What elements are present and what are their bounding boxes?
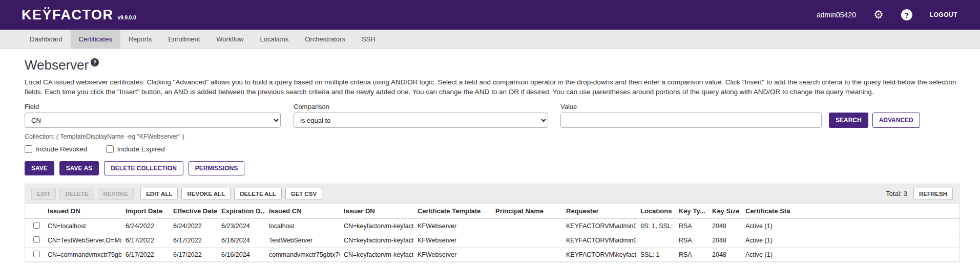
- nav-item-enrollment[interactable]: Enrollment: [160, 30, 208, 49]
- include-revoked-checkbox[interactable]: [25, 145, 32, 153]
- save-as-button[interactable]: SAVE AS: [59, 161, 99, 175]
- header-help-icon[interactable]: ?: [901, 9, 912, 20]
- table-cell: 2048: [708, 248, 741, 262]
- nav-item-orchestrators[interactable]: Orchestrators: [297, 30, 353, 49]
- table-cell: SSL: 1: [636, 248, 675, 262]
- field-label: Field: [25, 103, 281, 110]
- column-header[interactable]: Locations: [636, 204, 675, 219]
- row-checkbox[interactable]: [33, 251, 40, 257]
- refresh-button[interactable]: REFRESH: [913, 188, 953, 200]
- table-row[interactable]: CN=TestWebServer,O=Mac...6/17/20226/17/2…: [25, 233, 959, 248]
- settings-gear-icon[interactable]: ⚙: [873, 9, 884, 20]
- table-cell: CN=keyfactorvm-keyfactor-...: [340, 233, 413, 248]
- cell-filler: [790, 233, 959, 248]
- column-header[interactable]: Import Date: [121, 204, 169, 219]
- permissions-button[interactable]: PERMISSIONS: [189, 161, 244, 175]
- main-content: Webserver ? Local CA issued webserver ce…: [0, 49, 980, 262]
- value-input[interactable]: [560, 113, 822, 128]
- delete-button[interactable]: DELETE: [59, 188, 94, 200]
- table-cell: CN=keyfactorvm-keyfactor-...: [340, 219, 413, 233]
- table-cell: [491, 233, 562, 248]
- table-row[interactable]: CN=commandvmxctr75gbtx...6/17/20226/17/2…: [25, 248, 959, 262]
- edit-all-button[interactable]: EDIT ALL: [140, 188, 178, 200]
- collection-description: Local CA issued webserver certificates: …: [25, 77, 960, 97]
- table-cell: KEYFACTORVM\keyfactor$: [562, 248, 636, 262]
- nav-item-reports[interactable]: Reports: [120, 30, 160, 49]
- column-header[interactable]: Principal Name: [491, 204, 562, 219]
- table-cell: [636, 233, 675, 248]
- nav-item-dashboard[interactable]: Dashboard: [22, 30, 71, 49]
- column-header[interactable]: Expiration D...: [217, 204, 265, 219]
- table-cell: Active (1): [741, 233, 790, 248]
- table-header: Issued DNImport DateEffective DateExpira…: [25, 204, 959, 219]
- include-expired-option[interactable]: Include Expired: [106, 145, 165, 153]
- column-header[interactable]: Issued DN: [44, 204, 121, 219]
- field-select[interactable]: CN: [25, 113, 281, 128]
- page-title: Webserver: [25, 57, 89, 73]
- table-cell: TestWebServer: [265, 233, 340, 248]
- column-header[interactable]: Key Ty...: [675, 204, 708, 219]
- get-csv-button[interactable]: GET CSV: [285, 188, 322, 200]
- column-header[interactable]: Issued CN: [265, 204, 340, 219]
- cell-filler: [790, 219, 959, 233]
- row-checkbox[interactable]: [33, 236, 40, 243]
- nav-item-locations[interactable]: Locations: [252, 30, 297, 49]
- table-cell: Active (1): [741, 219, 790, 233]
- table-cell: CN=commandvmxctr75gbtx...: [44, 248, 121, 262]
- collection-query-text: Collection: ( TemplateDisplayName -eq "K…: [25, 133, 960, 140]
- column-header[interactable]: Key Size: [708, 204, 741, 219]
- column-header[interactable]: Certificate Sta...: [741, 204, 790, 219]
- row-checkbox-cell: [25, 219, 44, 233]
- comparison-select[interactable]: is equal to: [294, 113, 548, 128]
- table-cell: localhost: [265, 219, 340, 233]
- table-cell: KFWebserver: [413, 248, 491, 262]
- logout-button[interactable]: LOGOUT: [930, 11, 957, 18]
- total-count: Total: 3: [886, 190, 907, 197]
- delete-collection-button[interactable]: DELETE COLLECTION: [104, 161, 183, 175]
- main-nav: Dashboard Certificates Reports Enrollmen…: [0, 30, 980, 49]
- brand: KEŸFACTOR v9.9.0.0: [22, 7, 136, 23]
- column-header[interactable]: Issuer DN: [340, 204, 413, 219]
- column-filler: [790, 204, 959, 219]
- edit-button[interactable]: EDIT: [31, 188, 56, 200]
- table-cell: KEYFACTORVM\admin054...: [562, 219, 636, 233]
- row-checkbox-cell: [25, 248, 44, 262]
- table-cell: 6/16/2024: [217, 248, 265, 262]
- nav-item-certificates[interactable]: Certificates: [71, 30, 120, 49]
- table-cell: KFWebserver: [413, 233, 491, 248]
- column-header[interactable]: Certificate Template: [413, 204, 491, 219]
- include-expired-label: Include Expired: [117, 145, 165, 153]
- save-button[interactable]: SAVE: [25, 161, 54, 175]
- table-cell: 6/16/2024: [217, 233, 265, 248]
- table-cell: CN=keyfactorvm-keyfactor-...: [340, 248, 413, 262]
- nav-item-ssh[interactable]: SSH: [353, 30, 384, 49]
- keyfactor-logo: KEŸFACTOR: [22, 7, 114, 23]
- include-expired-checkbox[interactable]: [106, 145, 114, 153]
- table-cell: 6/23/2024: [217, 219, 265, 233]
- table-cell: Active (1): [741, 248, 790, 262]
- advanced-button[interactable]: ADVANCED: [872, 113, 920, 128]
- table-cell: KFWebserver: [413, 219, 491, 233]
- table-cell: 6/24/2022: [121, 219, 169, 233]
- search-button[interactable]: SEARCH: [829, 113, 868, 128]
- title-help-icon[interactable]: ?: [91, 58, 99, 66]
- cell-filler: [790, 248, 959, 262]
- revoke-button[interactable]: REVOKE: [98, 188, 134, 200]
- table-cell: commandvmxctr75gbtx7wy...: [265, 248, 340, 262]
- value-label: Value: [560, 103, 822, 110]
- delete-all-button[interactable]: DELETE ALL: [234, 188, 282, 200]
- table-toolbar: EDIT DELETE REVOKE EDIT ALL REVOKE ALL D…: [25, 184, 959, 204]
- search-form: Field CN Comparison is equal to Value SE…: [25, 103, 960, 128]
- filter-options: Include Revoked Include Expired: [25, 145, 960, 153]
- column-header[interactable]: Effective Date: [169, 204, 217, 219]
- include-revoked-option[interactable]: Include Revoked: [25, 145, 88, 153]
- table-cell: [491, 219, 562, 233]
- row-checkbox[interactable]: [33, 222, 40, 229]
- column-header[interactable]: Requester: [562, 204, 636, 219]
- include-revoked-label: Include Revoked: [36, 145, 88, 153]
- nav-item-workflow[interactable]: Workflow: [208, 30, 252, 49]
- table-row[interactable]: CN=localhost6/24/20226/24/20226/23/2024l…: [25, 219, 959, 233]
- revoke-all-button[interactable]: REVOKE ALL: [181, 188, 231, 200]
- table-cell: 6/24/2022: [169, 219, 217, 233]
- table-cell: KEYFACTORVM\admin054...: [562, 233, 636, 248]
